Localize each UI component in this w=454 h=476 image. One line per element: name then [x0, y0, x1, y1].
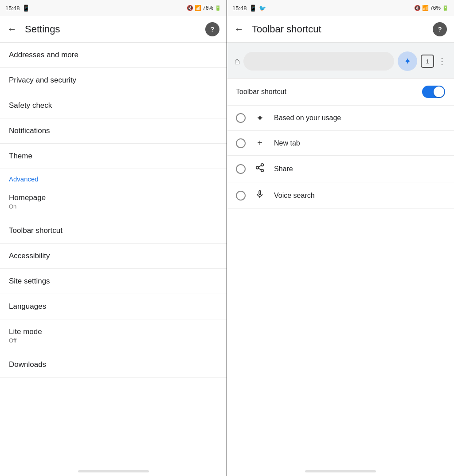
settings-list: Addresses and more Privacy and security … — [0, 43, 227, 467]
preview-magic-button[interactable]: ✦ — [398, 51, 417, 71]
wifi-icon-right: 📶 — [422, 5, 429, 11]
sim-icon-right: 📱 — [249, 4, 257, 12]
time-left: 15:48 — [5, 5, 20, 12]
toolbar-shortcut-panel: 15:48 📱 🐦 🔇 📶 76% 🔋 ← Toolbar shortcut ?… — [227, 0, 454, 476]
battery-icon-right: 🔋 — [442, 5, 449, 11]
settings-item-addresses[interactable]: Addresses and more — [0, 43, 227, 68]
plus-option-icon: + — [254, 138, 266, 148]
back-button-left[interactable]: ← — [7, 24, 17, 35]
page-title-left: Settings — [25, 24, 197, 35]
battery-icon-left: 🔋 — [215, 5, 221, 11]
time-right: 15:48 — [232, 5, 247, 12]
settings-item-languages[interactable]: Languages — [0, 294, 227, 319]
scroll-indicator-left — [78, 470, 149, 472]
radio-based-on-usage[interactable] — [236, 113, 246, 123]
mute-icon-right: 🔇 — [414, 5, 421, 11]
settings-item-safety[interactable]: Safety check — [0, 93, 227, 118]
status-bar-left: 15:48 📱 🔇 📶 76% 🔋 — [0, 0, 227, 16]
back-button-right[interactable]: ← — [234, 24, 244, 35]
battery-left: 76% — [203, 5, 213, 11]
preview-tab-button[interactable]: 1 — [421, 55, 434, 68]
preview-more-button[interactable]: ⋮ — [438, 56, 447, 67]
magic-option-icon: ✦ — [254, 113, 266, 123]
scroll-indicator-right — [305, 470, 376, 472]
sim-icon: 📱 — [22, 4, 30, 12]
radio-voice-search[interactable] — [236, 191, 246, 201]
radio-share[interactable] — [236, 164, 246, 174]
option-label-voice-search: Voice search — [274, 192, 315, 200]
shortcut-options-list: ✦ Based on your usage + New tab Share — [227, 106, 454, 467]
option-voice-search[interactable]: Voice search — [227, 182, 454, 209]
toolbar-shortcut-toggle-row: Toolbar shortcut — [227, 79, 454, 106]
option-label-share: Share — [274, 165, 293, 173]
settings-item-toolbar[interactable]: Toolbar shortcut — [0, 218, 227, 244]
page-title-right: Toolbar shortcut — [252, 24, 425, 35]
settings-item-downloads[interactable]: Downloads — [0, 352, 227, 378]
status-bar-right: 15:48 📱 🐦 🔇 📶 76% 🔋 — [227, 0, 454, 16]
option-new-tab[interactable]: + New tab — [227, 131, 454, 156]
share-option-icon — [254, 163, 266, 175]
magic-icon: ✦ — [404, 56, 411, 67]
help-button-right[interactable]: ? — [433, 22, 447, 36]
svg-line-3 — [258, 168, 261, 170]
settings-item-lite-mode[interactable]: Lite mode Off — [0, 319, 227, 352]
preview-address-bar — [243, 52, 394, 71]
toolbar-shortcut-toggle[interactable] — [422, 86, 445, 98]
option-label-based-on-usage: Based on your usage — [274, 114, 341, 122]
radio-new-tab[interactable] — [236, 138, 246, 148]
preview-home-icon: ⌂ — [234, 55, 240, 67]
settings-item-site-settings[interactable]: Site settings — [0, 269, 227, 294]
settings-item-homepage[interactable]: Homepage On — [0, 185, 227, 218]
toolbar-preview: ⌂ ✦ 1 ⋮ — [227, 43, 454, 79]
settings-item-privacy[interactable]: Privacy and security — [0, 68, 227, 93]
settings-item-accessibility[interactable]: Accessibility — [0, 244, 227, 269]
wifi-icon: 📶 — [195, 5, 201, 11]
settings-panel: 15:48 📱 🔇 📶 76% 🔋 ← Settings ? Addresses… — [0, 0, 227, 476]
svg-line-4 — [258, 165, 261, 167]
settings-section-advanced: Advanced — [0, 169, 227, 185]
option-share[interactable]: Share — [227, 156, 454, 182]
toolbar-shortcut-label: Toolbar shortcut — [236, 88, 286, 96]
app-bar-right: ← Toolbar shortcut ? — [227, 16, 454, 43]
tab-count: 1 — [426, 58, 429, 65]
app-bar-left: ← Settings ? — [0, 16, 227, 43]
mute-icon: 🔇 — [187, 5, 193, 11]
option-based-on-usage[interactable]: ✦ Based on your usage — [227, 106, 454, 131]
twitter-icon: 🐦 — [259, 5, 266, 12]
option-label-new-tab: New tab — [274, 139, 300, 147]
battery-right: 76% — [430, 5, 441, 11]
mic-option-icon — [254, 189, 266, 201]
help-button-left[interactable]: ? — [205, 22, 219, 36]
settings-item-notifications[interactable]: Notifications — [0, 118, 227, 144]
settings-item-theme[interactable]: Theme — [0, 144, 227, 169]
